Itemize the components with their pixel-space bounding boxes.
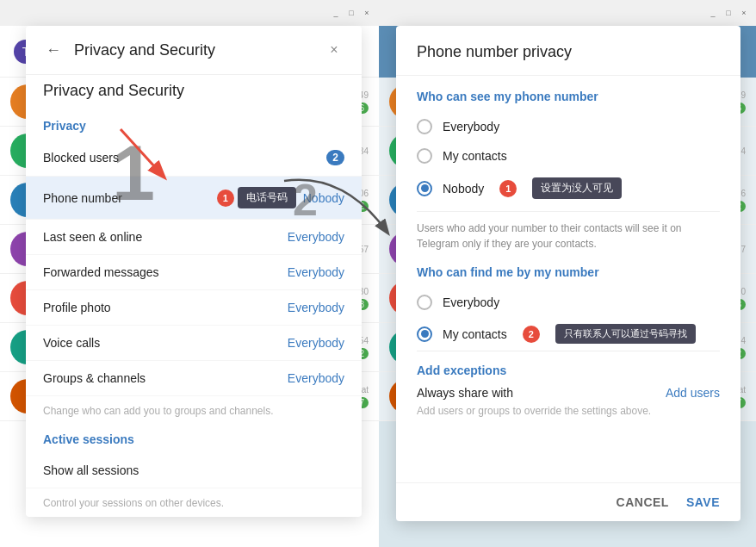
everybody-option-find[interactable]: Everybody <box>417 288 720 317</box>
annotation-2-circle: 2 <box>523 326 540 343</box>
who-can-find-title: Who can find me by my number <box>417 265 720 279</box>
profile-photo-label: Profile photo <box>43 301 288 314</box>
forwarded-messages-label: Forwarded messages <box>43 265 288 279</box>
close-btn-left[interactable]: × <box>362 8 372 18</box>
phone-privacy-panel: Phone number privacy Who can see my phon… <box>396 26 741 521</box>
sessions-note: Control your sessions on other devices. <box>26 488 362 517</box>
voice-calls-label: Voice calls <box>43 336 288 350</box>
exceptions-row: Always share with Add users <box>417 386 720 400</box>
forwarded-messages-item[interactable]: Forwarded messages Everybody <box>26 255 362 290</box>
nobody-option-see[interactable]: Nobody 1 设置为没人可见 <box>417 171 720 206</box>
privacy-section-label: Privacy <box>26 107 362 140</box>
active-sessions-label: Active sessions <box>26 429 362 453</box>
left-titlebar: _ □ × <box>0 0 379 26</box>
exceptions-title: Add exceptions <box>417 364 720 377</box>
exceptions-note: Add users or groups to override the sett… <box>417 405 720 417</box>
everybody-option-see[interactable]: Everybody <box>417 112 720 141</box>
privacy-security-panel: ← Privacy and Security × Privacy and Sec… <box>26 26 362 517</box>
last-seen-item[interactable]: Last seen & online Everybody <box>26 220 362 255</box>
right-panel-header: Phone number privacy <box>396 26 741 76</box>
my-contacts-radio-see[interactable] <box>417 148 432 164</box>
minimize-btn-right[interactable]: _ <box>708 8 718 18</box>
back-button[interactable]: ← <box>43 40 64 60</box>
panel-title: Privacy and Security <box>74 41 313 59</box>
everybody-radio-see[interactable] <box>417 119 432 134</box>
save-button[interactable]: SAVE <box>686 495 720 509</box>
nobody-radio-see[interactable] <box>417 181 432 196</box>
who-can-see-title: Who can see my phone number <box>417 90 720 103</box>
nobody-tooltip: 设置为没人可见 <box>532 177 622 199</box>
everybody-label-see: Everybody <box>443 120 499 134</box>
close-btn-right[interactable]: × <box>739 8 749 18</box>
blocked-users-badge: 2 <box>326 150 344 165</box>
annotation-1-circle: 1 <box>217 190 234 207</box>
groups-channels-item[interactable]: Groups & channels Everybody <box>26 361 362 396</box>
last-seen-label: Last seen & online <box>43 230 288 244</box>
full-title: Privacy and Security <box>43 82 184 100</box>
panel-footer: CANCEL SAVE <box>396 482 741 521</box>
mycontacts-tooltip: 只有联系人可以通过号码寻找 <box>555 324 696 344</box>
voice-calls-item[interactable]: Voice calls Everybody <box>26 326 362 361</box>
my-contacts-label-see: My contacts <box>443 149 507 163</box>
blocked-users-label: Blocked users <box>43 151 326 165</box>
exceptions-section: Add exceptions Always share with Add use… <box>417 351 720 417</box>
groups-channels-value: Everybody <box>288 371 344 385</box>
phone-tooltip: 电话号码 <box>238 187 296 208</box>
add-users-button[interactable]: Add users <box>666 386 720 400</box>
close-button[interactable]: × <box>324 40 344 60</box>
forwarded-messages-value: Everybody <box>288 265 344 279</box>
voice-calls-value: Everybody <box>288 336 344 350</box>
panel-full-title: Privacy and Security <box>26 75 362 107</box>
show-all-sessions-label: Show all sessions <box>43 463 344 477</box>
right-panel-content: Who can see my phone number Everybody My… <box>396 76 741 482</box>
last-seen-value: Everybody <box>288 230 344 244</box>
always-share-label: Always share with <box>417 386 513 400</box>
phone-number-item[interactable]: Phone number 1 电话号码 Nobody <box>26 177 362 220</box>
everybody-label-find: Everybody <box>443 295 499 309</box>
maximize-btn-left[interactable]: □ <box>346 8 356 18</box>
my-contacts-option-find[interactable]: My contacts 2 只有联系人可以通过号码寻找 <box>417 317 720 351</box>
blocked-users-item[interactable]: Blocked users 2 <box>26 140 362 177</box>
my-contacts-option-see[interactable]: My contacts <box>417 141 720 171</box>
maximize-btn-right[interactable]: □ <box>723 8 734 18</box>
my-contacts-label-find: My contacts <box>443 327 507 341</box>
groups-channels-label: Groups & channels <box>43 371 288 385</box>
profile-photo-item[interactable]: Profile photo Everybody <box>26 290 362 326</box>
groups-note: Change who can add you to groups and cha… <box>26 396 362 429</box>
panel-content: Privacy Blocked users 2 Phone number 1 电… <box>26 107 362 517</box>
minimize-btn-left[interactable]: _ <box>331 8 341 18</box>
phone-number-value: Nobody <box>303 191 344 205</box>
panel-header: ← Privacy and Security × <box>26 26 362 75</box>
show-all-sessions-item[interactable]: Show all sessions <box>26 453 362 488</box>
phone-number-label: Phone number <box>43 191 217 205</box>
profile-photo-value: Everybody <box>288 301 344 314</box>
right-titlebar: _ □ × <box>379 0 756 26</box>
nobody-label-see: Nobody <box>443 182 484 196</box>
everybody-radio-find[interactable] <box>417 295 432 310</box>
cancel-button[interactable]: CANCEL <box>617 495 669 509</box>
my-contacts-radio-find[interactable] <box>417 326 432 342</box>
right-panel-title: Phone number privacy <box>417 43 720 61</box>
privacy-note: Users who add your number to their conta… <box>417 211 720 252</box>
annotation-1-right-circle: 1 <box>499 180 517 197</box>
